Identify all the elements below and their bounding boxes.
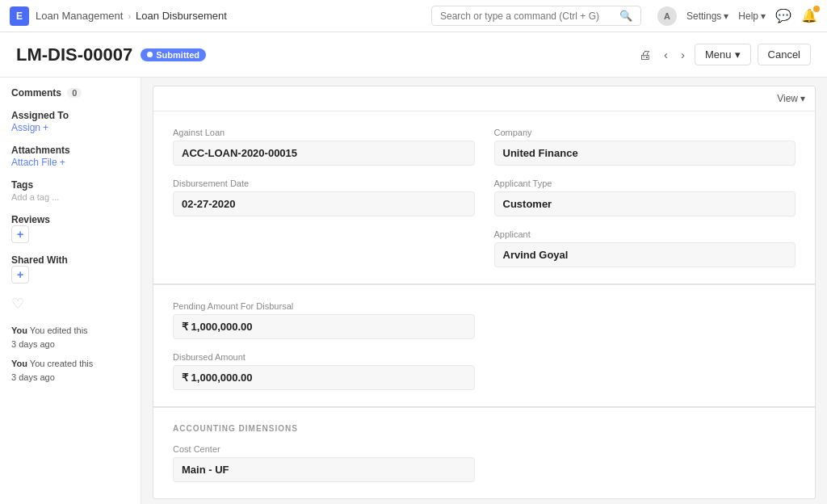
amounts-section: Pending Amount For Disbursal ₹ 1,000,000… xyxy=(153,284,816,407)
disbursement-date-label: Disbursement Date xyxy=(173,178,475,188)
amounts-row-2: Disbursed Amount ₹ 1,000,000.00 xyxy=(173,352,796,390)
assigned-to-label: Assigned To xyxy=(11,110,129,121)
breadcrumb-loan-management[interactable]: Loan Management xyxy=(36,10,123,22)
loan-info-section: Against Loan ACC-LOAN-2020-00015 Company… xyxy=(153,111,816,284)
applicant-type-label: Applicant Type xyxy=(494,178,796,188)
comments-label: Comments 0 xyxy=(11,87,129,99)
page-title-group: LM-DIS-00007 Submitted xyxy=(16,44,206,65)
assign-link[interactable]: Assign + xyxy=(11,122,48,133)
chevron-down-icon: ▾ xyxy=(724,10,728,22)
against-loan-value[interactable]: ACC-LOAN-2020-00015 xyxy=(173,141,475,166)
chat-icon[interactable]: 💬 xyxy=(775,8,791,23)
amounts-row-1: Pending Amount For Disbursal ₹ 1,000,000… xyxy=(173,301,796,339)
pending-amount-field: Pending Amount For Disbursal ₹ 1,000,000… xyxy=(173,301,475,339)
applicant-label: Applicant xyxy=(494,229,796,239)
notification-dot xyxy=(813,6,820,12)
disbursement-date-value[interactable]: 02-27-2020 xyxy=(173,191,475,216)
loan-row-1: Against Loan ACC-LOAN-2020-00015 Company… xyxy=(173,128,796,166)
header-actions: 🖨 ‹ › Menu ▾ Cancel xyxy=(636,44,811,65)
search-input[interactable] xyxy=(440,10,615,22)
breadcrumb-sep1: › xyxy=(128,11,131,21)
page-header: LM-DIS-00007 Submitted 🖨 ‹ › Menu ▾ Canc… xyxy=(0,32,827,78)
like-section: ♡ xyxy=(11,295,129,313)
view-bar: View ▾ xyxy=(153,86,816,111)
add-shared-button[interactable]: + xyxy=(11,266,29,284)
disbursed-spacer xyxy=(494,352,796,390)
cost-center-value[interactable]: Main - UF xyxy=(173,457,475,482)
attachments-label: Attachments xyxy=(11,145,129,156)
page-title: LM-DIS-00007 xyxy=(16,44,132,65)
disbursement-date-field: Disbursement Date 02-27-2020 xyxy=(173,178,475,216)
print-button[interactable]: 🖨 xyxy=(636,44,654,65)
app-icon: E xyxy=(10,6,29,26)
against-loan-label: Against Loan xyxy=(173,128,475,137)
disbursed-amount-label: Disbursed Amount xyxy=(173,352,475,362)
settings-button[interactable]: Settings ▾ xyxy=(686,10,728,22)
menu-button[interactable]: Menu ▾ xyxy=(695,44,751,65)
spacer xyxy=(173,229,475,267)
edit-time: 3 days ago xyxy=(11,339,55,349)
applicant-type-value[interactable]: Customer xyxy=(494,191,796,216)
cost-center-label: Cost Center xyxy=(173,444,475,454)
accounting-section: ACCOUNTING DIMENSIONS Cost Center Main -… xyxy=(153,407,816,499)
company-value[interactable]: United Finance xyxy=(494,141,796,166)
pending-amount-value[interactable]: ₹ 1,000,000.00 xyxy=(173,314,475,339)
amounts-spacer xyxy=(494,301,796,339)
view-button[interactable]: View ▾ xyxy=(777,93,805,104)
sidebar: Comments 0 Assigned To Assign + Attachme… xyxy=(0,78,141,504)
attachments-section: Attachments Attach File + xyxy=(11,145,129,168)
nav-right: A Settings ▾ Help ▾ 💬 🔔 xyxy=(657,6,817,26)
against-loan-field: Against Loan ACC-LOAN-2020-00015 xyxy=(173,128,475,166)
main-layout: Comments 0 Assigned To Assign + Attachme… xyxy=(0,78,827,504)
applicant-field: Applicant Arvind Goyal xyxy=(494,229,796,267)
notification-icon[interactable]: 🔔 xyxy=(801,8,817,23)
view-chevron-icon: ▾ xyxy=(800,93,805,104)
shared-with-label: Shared With xyxy=(11,254,129,266)
cancel-button[interactable]: Cancel xyxy=(758,44,811,65)
breadcrumb-loan-disbursement[interactable]: Loan Disbursement xyxy=(136,10,227,22)
cost-center-spacer xyxy=(494,444,796,482)
tags-placeholder[interactable]: Add a tag ... xyxy=(11,192,59,202)
comments-count: 0 xyxy=(67,88,82,98)
applicant-value[interactable]: Arvind Goyal xyxy=(494,242,796,267)
assigned-to-section: Assigned To Assign + xyxy=(11,110,129,133)
comments-section: Comments 0 xyxy=(11,87,129,99)
prev-button[interactable]: ‹ xyxy=(661,44,671,65)
avatar: A xyxy=(657,6,677,26)
reviews-label: Reviews xyxy=(11,214,129,225)
activity-create: You You created this 3 days ago xyxy=(11,357,129,384)
search-icon: 🔍 xyxy=(619,10,632,22)
activity-edit: You You edited this 3 days ago xyxy=(11,324,129,351)
help-button[interactable]: Help ▾ xyxy=(738,10,766,22)
pending-amount-label: Pending Amount For Disbursal xyxy=(173,301,475,311)
accounting-title: ACCOUNTING DIMENSIONS xyxy=(173,424,796,433)
like-icon[interactable]: ♡ xyxy=(11,296,24,312)
status-label: Submitted xyxy=(156,50,199,60)
content-area: View ▾ Against Loan ACC-LOAN-2020-00015 … xyxy=(141,78,827,504)
assign-plus-icon: + xyxy=(43,122,48,133)
shared-with-section: Shared With + xyxy=(11,254,129,284)
loan-row-2: Disbursement Date 02-27-2020 Applicant T… xyxy=(173,178,796,216)
reviews-section: Reviews + xyxy=(11,214,129,243)
applicant-type-field: Applicant Type Customer xyxy=(494,178,796,216)
company-label: Company xyxy=(494,128,796,137)
loan-row-3: Applicant Arvind Goyal xyxy=(173,229,796,267)
search-bar[interactable]: 🔍 xyxy=(431,6,641,26)
status-dot xyxy=(147,52,153,57)
next-button[interactable]: › xyxy=(678,44,688,65)
activity-section: You You edited this 3 days ago You You c… xyxy=(11,324,129,384)
disbursed-amount-value[interactable]: ₹ 1,000,000.00 xyxy=(173,365,475,390)
accounting-row-1: Cost Center Main - UF xyxy=(173,444,796,482)
company-field: Company United Finance xyxy=(494,128,796,166)
breadcrumb: Loan Management › Loan Disbursement xyxy=(36,10,227,22)
attach-file-link[interactable]: Attach File + xyxy=(11,157,65,168)
add-review-button[interactable]: + xyxy=(11,225,29,243)
tags-label: Tags xyxy=(11,179,129,191)
status-badge: Submitted xyxy=(141,48,206,61)
create-time: 3 days ago xyxy=(11,372,55,382)
chevron-down-icon: ▾ xyxy=(761,10,766,22)
cost-center-field: Cost Center Main - UF xyxy=(173,444,475,482)
top-nav: E Loan Management › Loan Disbursement 🔍 … xyxy=(0,0,827,32)
menu-chevron-icon: ▾ xyxy=(735,48,741,61)
attach-plus-icon: + xyxy=(60,157,65,168)
